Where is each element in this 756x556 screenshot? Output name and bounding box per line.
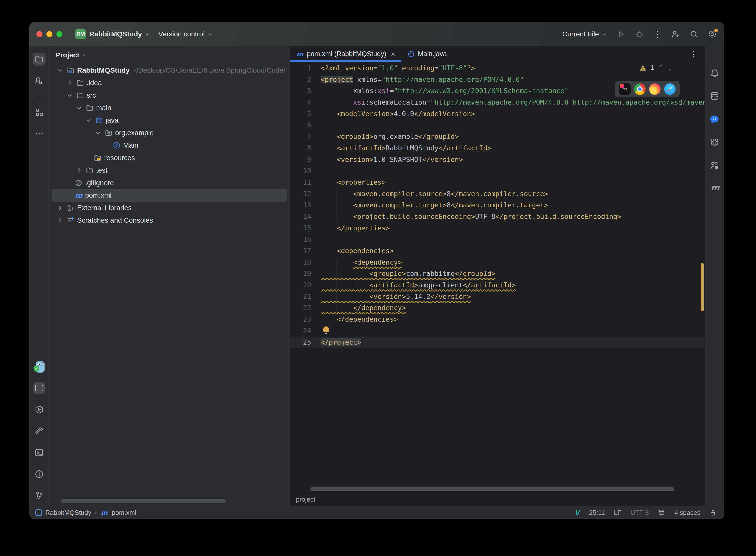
project-panel-header[interactable]: Project (49, 46, 290, 64)
code-editor[interactable]: 1234567891011121314151617181920212223242… (290, 62, 705, 486)
tab-options-kebab[interactable]: ⋮ (690, 46, 705, 62)
intention-lightbulb-icon[interactable] (323, 326, 329, 333)
code-line[interactable] (321, 165, 705, 177)
tree-row-main[interactable]: main (49, 102, 290, 114)
breadcrumb-file[interactable]: pom.xml (112, 509, 137, 517)
scrollbar-thumb[interactable] (310, 487, 674, 491)
code-line[interactable]: <maven.compiler.source>8</maven.compiler… (321, 188, 705, 200)
code-line[interactable] (321, 119, 705, 131)
previous-problem-chevron[interactable]: ⌃ (658, 64, 664, 72)
chrome-icon[interactable] (634, 83, 646, 95)
tree-row-idea[interactable]: .idea (49, 77, 290, 89)
zoom-window-button[interactable] (57, 31, 63, 37)
tab-main-java[interactable]: C Main.java (402, 46, 453, 62)
chevron-down-icon[interactable] (94, 129, 102, 137)
settings-gear-icon[interactable] (708, 30, 717, 39)
tree-row-pom-xml[interactable]: m pom.xml (52, 189, 287, 202)
chevron-right-icon[interactable] (56, 216, 64, 224)
code-line[interactable]: <groupId>com.rabbitmq</groupId> (321, 268, 705, 279)
code-line[interactable]: <properties> (321, 177, 705, 188)
warning-stripe-marker[interactable] (701, 264, 704, 312)
debug-icon[interactable] (635, 30, 644, 39)
add-user-icon[interactable] (671, 30, 680, 39)
xml-breadcrumb-bar[interactable]: project (290, 493, 705, 506)
ai-assistant-chat-icon[interactable] (710, 114, 720, 125)
project-panel-horizontal-scrollbar[interactable] (61, 499, 226, 503)
tree-row-scratches[interactable]: Scratches and Consoles (49, 214, 290, 227)
more-tool-windows-button[interactable] (33, 128, 46, 140)
maven-tool-icon[interactable]: m (711, 184, 719, 191)
code-line[interactable]: <version>1.0-SNAPSHOT</version> (321, 154, 705, 166)
database-icon[interactable] (710, 91, 720, 101)
code-line[interactable]: <artifactId>amqp-client</artifactId> (321, 279, 705, 291)
chevron-down-icon[interactable] (85, 116, 93, 125)
brackets-tool-button[interactable]: [ ] (33, 382, 46, 395)
code-line[interactable]: <artifactId>RabbitMQStudy</artifactId> (321, 142, 705, 154)
terminal-tool-button[interactable] (33, 446, 46, 459)
tree-row-test[interactable]: test (49, 164, 290, 177)
project-tool-button[interactable] (33, 53, 46, 66)
tab-pom-xml[interactable]: m pom.xml (RabbitMQStudy) × (290, 46, 402, 62)
code-line[interactable]: <groupId>org.example</groupId> (321, 131, 705, 142)
code-line[interactable]: <version>5.14.2</version> (321, 291, 705, 303)
chevron-down-icon[interactable] (75, 104, 83, 112)
code-line[interactable]: <dependencies> (321, 245, 705, 257)
editor-horizontal-scrollbar[interactable] (290, 486, 705, 493)
copilot-status-icon[interactable] (658, 509, 665, 517)
run-icon[interactable] (617, 30, 625, 39)
project-menu[interactable]: RabbitMQStudy (90, 30, 150, 38)
code-line[interactable] (321, 234, 705, 245)
tree-row-main-class[interactable]: C Main (49, 139, 290, 152)
run-configuration-selector[interactable]: Current File (562, 30, 607, 38)
firefox-icon[interactable] (649, 83, 661, 95)
code-line[interactable]: <dependency> (321, 257, 705, 268)
tree-row-project-root[interactable]: RabbitMQStudy ~/Desktop/CS/JavaEE/6 Java… (49, 64, 290, 77)
safari-icon[interactable] (664, 83, 676, 95)
tree-row-src[interactable]: src (49, 89, 290, 102)
code-line[interactable]: </dependencies> (321, 314, 705, 325)
chevron-down-icon[interactable] (66, 92, 74, 100)
tree-row-external-libraries[interactable]: External Libraries (49, 202, 290, 214)
code-line[interactable]: <project.build.sourceEncoding>UTF-8</pro… (321, 211, 705, 222)
tree-row-org-example[interactable]: org.example (49, 127, 290, 139)
tree-row-java[interactable]: java (49, 114, 290, 127)
inspection-widget[interactable]: 1 ⌃ ⌃ (639, 64, 673, 72)
code-line[interactable]: xsi:schemaLocation="http://maven.apache.… (321, 97, 705, 108)
breadcrumb-tag[interactable]: project (296, 496, 315, 503)
line-ending-indicator[interactable]: LF (614, 509, 621, 517)
chevron-down-icon[interactable] (56, 67, 64, 74)
code-line[interactable]: </project> (321, 337, 705, 348)
notifications-bell-icon[interactable] (710, 68, 720, 78)
minimize-window-button[interactable] (46, 31, 53, 37)
version-control-menu[interactable]: Version control (159, 30, 213, 38)
copilot-icon[interactable] (710, 138, 720, 148)
unlocked-padlock-icon[interactable] (710, 509, 717, 517)
encoding-indicator[interactable]: UTF-8 (630, 509, 649, 517)
more-actions-kebab[interactable]: ⋮ (653, 30, 661, 39)
code-line[interactable]: </dependency> (321, 302, 705, 314)
tree-row-resources[interactable]: resources (49, 152, 290, 164)
git-tool-button[interactable] (33, 489, 46, 502)
code-with-me-icon[interactable] (710, 161, 720, 171)
commit-tool-button[interactable]: ? (33, 74, 46, 87)
next-problem-chevron[interactable]: ⌃ (668, 64, 673, 72)
intellij-icon[interactable]: IJ (619, 83, 631, 95)
build-tool-button[interactable] (33, 425, 46, 438)
chevron-right-icon[interactable] (75, 167, 83, 174)
v-plugin-icon[interactable]: V (575, 509, 580, 517)
chevron-right-icon[interactable] (66, 79, 74, 87)
code-line[interactable]: <modelVersion>4.0.0</modelVersion> (321, 108, 705, 120)
problems-tool-button[interactable] (33, 468, 46, 481)
indent-indicator[interactable]: 4 spaces (675, 509, 700, 517)
code-line[interactable]: <maven.compiler.target>8</maven.compiler… (321, 200, 705, 211)
chevron-right-icon[interactable] (56, 204, 64, 212)
plugin-gopher-button[interactable]: ✓ (33, 360, 46, 373)
code-lines[interactable]: <?xml version="1.0" encoding="UTF-8"?><p… (321, 62, 705, 486)
structure-tool-button[interactable] (33, 106, 46, 119)
close-window-button[interactable] (36, 31, 42, 37)
close-tab-icon[interactable]: × (391, 50, 396, 59)
code-line[interactable]: </properties> (321, 222, 705, 234)
tree-row-gitignore[interactable]: .gitignore (49, 177, 290, 189)
caret-position[interactable]: 25:11 (589, 509, 605, 517)
breadcrumb-project[interactable]: RabbitMQStudy (45, 509, 92, 517)
